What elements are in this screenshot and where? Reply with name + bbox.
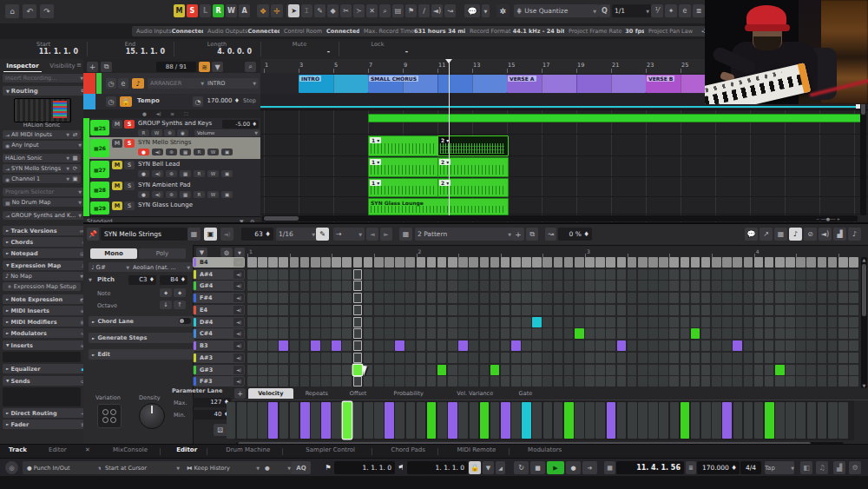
step-cell[interactable] — [575, 353, 584, 363]
state-button-w[interactable]: W — [226, 4, 237, 17]
step-cell[interactable] — [321, 365, 331, 375]
step-cell[interactable] — [321, 353, 331, 363]
step-cell[interactable] — [300, 376, 310, 387]
close-lower-zone-icon[interactable]: ✕ — [85, 446, 90, 453]
step-cell[interactable] — [417, 293, 426, 303]
step-cell[interactable] — [617, 328, 627, 339]
step-cell[interactable] — [258, 328, 267, 339]
step-cell[interactable] — [796, 353, 806, 363]
velocity-bar-42[interactable] — [681, 402, 690, 439]
edit-button[interactable]: ⊜ — [166, 149, 177, 155]
step-cell[interactable] — [806, 353, 816, 363]
step-cell[interactable] — [480, 317, 490, 327]
step-cell[interactable] — [448, 305, 457, 315]
step-cell[interactable] — [311, 257, 320, 268]
step-cell[interactable] — [585, 353, 595, 363]
zoom-slider[interactable]: − ──●── + — [816, 216, 856, 221]
note-audition-icon[interactable]: ◄) — [233, 258, 244, 267]
velocity-slot[interactable] — [628, 402, 637, 439]
section-note-expression[interactable]: ►Note Expression◩ — [3, 294, 88, 304]
step-cell[interactable] — [364, 257, 373, 268]
step-cell[interactable] — [448, 353, 457, 363]
note-audition-icon[interactable]: ◄) — [233, 341, 244, 350]
tempo-value[interactable]: 170.000 ♦ — [205, 97, 240, 104]
step-cell[interactable] — [405, 376, 415, 387]
min-field[interactable]: 40 ♦ — [193, 410, 231, 420]
step-cell[interactable] — [754, 365, 764, 375]
tempo-track-icon[interactable]: ≣ — [686, 461, 696, 474]
velocity-lane[interactable] — [234, 400, 854, 440]
step-cell[interactable] — [744, 305, 753, 315]
step-cell[interactable] — [754, 257, 764, 268]
step-cell[interactable] — [712, 293, 721, 303]
step-cell[interactable] — [722, 376, 732, 387]
step-cell[interactable] — [628, 317, 637, 327]
velocity-slot[interactable] — [543, 402, 553, 439]
insert-mode-dropdown[interactable]: →▼ — [333, 228, 365, 241]
step-cell[interactable] — [332, 328, 341, 339]
step-cell[interactable] — [417, 257, 426, 268]
dot-icon[interactable]: ✦ — [665, 4, 677, 17]
step-cell[interactable] — [385, 328, 394, 339]
step-cell[interactable] — [712, 269, 721, 280]
step-cell[interactable] — [501, 317, 510, 327]
step-cell[interactable] — [765, 365, 774, 375]
step-cell[interactable] — [247, 340, 257, 351]
step-cell[interactable] — [247, 317, 257, 327]
step-cell[interactable] — [511, 257, 521, 268]
step-cell[interactable] — [427, 328, 437, 339]
active-step-B3-25[interactable] — [511, 340, 521, 351]
step-cell[interactable] — [722, 293, 732, 303]
step-cell[interactable] — [754, 305, 764, 315]
velocity-slot[interactable] — [554, 402, 563, 439]
record-modes-icon[interactable]: ◎ — [5, 461, 18, 474]
pitch-low-field[interactable]: C3 ♦ — [128, 275, 156, 285]
step-cell[interactable] — [448, 317, 457, 327]
step-cell[interactable] — [818, 305, 827, 315]
workspace-icon[interactable]: ✛ — [271, 4, 283, 17]
velocity-slot[interactable] — [237, 402, 247, 439]
active-step-B3-35[interactable] — [617, 340, 627, 351]
draw-tool[interactable]: ✎ — [314, 4, 326, 17]
step-cell[interactable] — [838, 257, 848, 268]
step-cell[interactable] — [480, 340, 490, 351]
velocity-slot[interactable] — [733, 402, 743, 439]
right-locator-value[interactable]: 1. 1. 1. 0 — [407, 461, 468, 474]
active-step-B3-46[interactable] — [733, 340, 742, 351]
step-cell[interactable] — [490, 340, 500, 351]
step-cell[interactable] — [490, 317, 500, 327]
velocity-slot[interactable] — [290, 402, 299, 439]
step-cell[interactable] — [818, 257, 827, 268]
step-cell[interactable] — [437, 281, 447, 291]
step-cell[interactable] — [448, 257, 457, 268]
step-cell[interactable] — [765, 376, 774, 387]
step-cell[interactable] — [617, 281, 627, 291]
active-step-Gs3-50[interactable] — [775, 365, 785, 375]
step-cell[interactable] — [575, 281, 584, 291]
step-cell[interactable] — [490, 328, 500, 339]
step-cell[interactable] — [511, 293, 521, 303]
track-row-27[interactable]: ▦27MSSYN Bell Lead●◄)⊜▦RW▣ — [83, 159, 260, 181]
empty-slot[interactable] — [3, 352, 81, 362]
step-cell[interactable] — [617, 269, 627, 280]
tempo-mode[interactable]: Step — [243, 97, 260, 104]
step-cell[interactable] — [437, 293, 447, 303]
step-cell[interactable] — [458, 281, 468, 291]
step-cell[interactable] — [669, 376, 679, 387]
step-cell[interactable] — [321, 328, 331, 339]
step-cell[interactable] — [585, 328, 595, 339]
step-cell[interactable] — [712, 305, 721, 315]
read-button[interactable]: R — [194, 149, 205, 155]
mute-button[interactable]: M — [112, 182, 122, 190]
write-button[interactable]: W — [207, 191, 219, 198]
step-cell[interactable] — [818, 281, 827, 291]
step-cell[interactable] — [659, 340, 668, 351]
step-cell[interactable] — [542, 281, 552, 291]
max-field[interactable]: 127 ♦ — [193, 398, 231, 407]
velocity-slot[interactable] — [511, 402, 521, 439]
step-cell[interactable] — [575, 293, 584, 303]
step-cell[interactable] — [681, 340, 690, 351]
step-cell[interactable] — [595, 376, 605, 387]
step-cell[interactable] — [744, 328, 753, 339]
step-cell[interactable] — [417, 269, 426, 280]
